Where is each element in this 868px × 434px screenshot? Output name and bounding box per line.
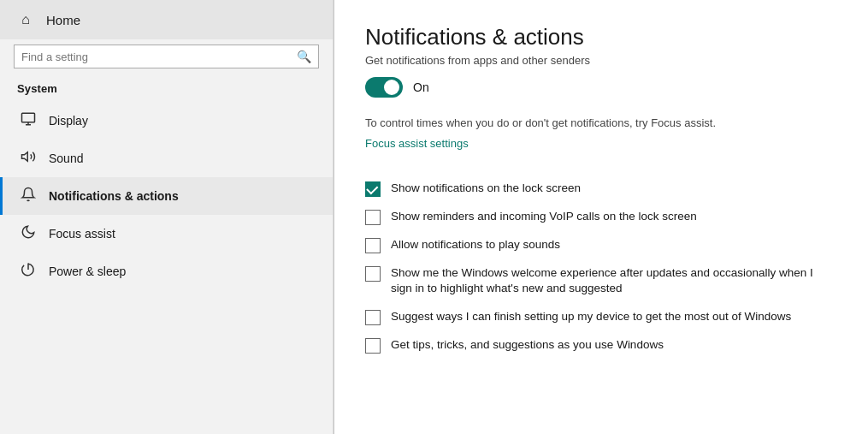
focus-assist-link[interactable]: Focus assist settings: [365, 137, 469, 150]
notifications-label: Notifications & actions: [49, 189, 179, 203]
home-icon: ⌂: [17, 12, 34, 27]
sidebar-item-sound[interactable]: Sound: [0, 140, 333, 177]
checkbox-welcome[interactable]: [365, 266, 381, 282]
checkbox-row-lock-screen[interactable]: Show notifications on the lock screen: [365, 181, 837, 197]
display-icon: [20, 111, 37, 130]
notifications-toggle-row: On: [365, 77, 837, 98]
focus-icon: [20, 224, 37, 243]
checkbox-setup-label: Suggest ways I can finish setting up my …: [391, 309, 791, 325]
main-content: Notifications & actions Get notification…: [334, 0, 868, 434]
section-subtitle: Get notifications from apps and other se…: [365, 54, 837, 67]
checkbox-sounds-label: Allow notifications to play sounds: [391, 237, 560, 253]
search-box[interactable]: 🔍: [14, 45, 319, 68]
checkbox-lock-screen[interactable]: [365, 181, 381, 197]
checkbox-setup[interactable]: [365, 310, 381, 325]
power-icon: [20, 262, 37, 281]
display-label: Display: [49, 114, 88, 128]
checkbox-sounds[interactable]: [365, 238, 381, 253]
checkbox-section: Show notifications on the lock screen Sh…: [365, 181, 837, 354]
notifications-icon: [20, 187, 37, 205]
checkbox-row-setup[interactable]: Suggest ways I can finish setting up my …: [365, 309, 837, 325]
sidebar-item-notifications[interactable]: Notifications & actions: [0, 177, 333, 215]
sidebar-item-power[interactable]: Power & sleep: [0, 253, 333, 290]
sound-label: Sound: [49, 152, 83, 165]
focus-info-text: To control times when you do or don't ge…: [365, 115, 837, 132]
page-title: Notifications & actions: [365, 24, 837, 51]
home-label: Home: [46, 13, 80, 27]
checkbox-row-welcome[interactable]: Show me the Windows welcome experience a…: [365, 265, 837, 298]
power-label: Power & sleep: [49, 265, 126, 278]
checkbox-tips[interactable]: [365, 338, 381, 354]
toggle-label: On: [413, 80, 429, 94]
sidebar-item-focus[interactable]: Focus assist: [0, 215, 333, 253]
search-input[interactable]: [21, 51, 297, 63]
sidebar-section-label: System: [0, 79, 333, 102]
sidebar-home[interactable]: ⌂ Home: [0, 0, 333, 39]
checkbox-welcome-label: Show me the Windows welcome experience a…: [391, 265, 837, 298]
checkbox-voip-label: Show reminders and incoming VoIP calls o…: [391, 209, 697, 225]
checkbox-tips-label: Get tips, tricks, and suggestions as you…: [391, 337, 664, 354]
sound-icon: [20, 149, 37, 168]
sidebar: ⌂ Home 🔍 System Display: [0, 0, 334, 434]
focus-label: Focus assist: [49, 227, 115, 241]
search-icon: 🔍: [297, 50, 311, 63]
notifications-toggle[interactable]: [365, 77, 403, 98]
checkbox-row-sounds[interactable]: Allow notifications to play sounds: [365, 237, 837, 253]
svg-marker-3: [22, 152, 28, 162]
sidebar-nav: Display Sound Notifications & actions: [0, 102, 333, 290]
svg-rect-0: [22, 113, 35, 122]
checkbox-voip[interactable]: [365, 210, 381, 225]
checkbox-row-voip[interactable]: Show reminders and incoming VoIP calls o…: [365, 209, 837, 225]
sidebar-item-display[interactable]: Display: [0, 102, 333, 140]
toggle-thumb: [384, 80, 399, 95]
checkbox-lock-screen-label: Show notifications on the lock screen: [391, 181, 581, 197]
checkbox-row-tips[interactable]: Get tips, tricks, and suggestions as you…: [365, 337, 837, 354]
